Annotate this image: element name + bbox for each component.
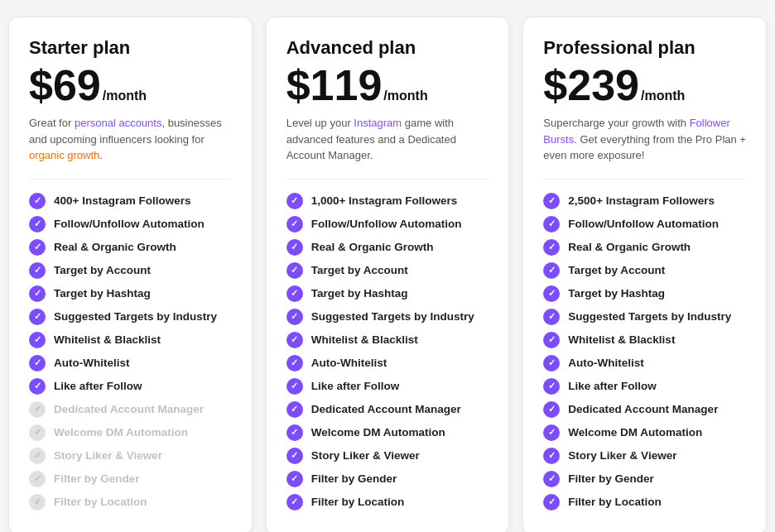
check-active-icon: ✓ bbox=[543, 216, 560, 232]
check-active-icon: ✓ bbox=[286, 193, 303, 209]
check-inactive-icon: ✓ bbox=[29, 401, 46, 418]
feature-list: ✓2,500+ Instagram Followers✓Follow/Unfol… bbox=[543, 193, 746, 510]
feature-label: Auto-Whitelist bbox=[311, 357, 387, 369]
feature-list: ✓400+ Instagram Followers✓Follow/Unfollo… bbox=[29, 193, 232, 510]
feature-label: Filter by Gender bbox=[568, 472, 654, 485]
feature-label: Target by Account bbox=[568, 264, 665, 276]
check-active-icon: ✓ bbox=[29, 239, 46, 256]
feature-label: Suggested Targets by Industry bbox=[568, 310, 731, 323]
check-active-icon: ✓ bbox=[29, 285, 46, 302]
feature-item: ✓Whitelist & Blacklist bbox=[286, 332, 489, 348]
feature-item: ✓Suggested Targets by Industry bbox=[543, 309, 746, 325]
feature-item: ✓Filter by Location bbox=[543, 494, 746, 510]
feature-label: Welcome DM Automation bbox=[54, 426, 188, 439]
feature-label: Filter by Location bbox=[311, 496, 405, 508]
check-active-icon: ✓ bbox=[543, 471, 560, 487]
check-active-icon: ✓ bbox=[286, 378, 303, 395]
plan-description: Level up your Instagram game with advanc… bbox=[286, 115, 489, 164]
check-active-icon: ✓ bbox=[286, 494, 303, 510]
plan-divider bbox=[286, 179, 489, 180]
check-active-icon: ✓ bbox=[29, 216, 46, 232]
check-inactive-icon: ✓ bbox=[29, 448, 46, 464]
check-active-icon: ✓ bbox=[286, 239, 303, 256]
feature-item: ✓2,500+ Instagram Followers bbox=[543, 193, 746, 209]
check-active-icon: ✓ bbox=[286, 471, 303, 487]
check-active-icon: ✓ bbox=[543, 355, 560, 371]
check-active-icon: ✓ bbox=[286, 262, 303, 279]
check-inactive-icon: ✓ bbox=[29, 424, 46, 441]
check-active-icon: ✓ bbox=[543, 193, 560, 209]
plan-divider bbox=[29, 179, 232, 180]
feature-item: ✓Dedicated Account Manager bbox=[29, 401, 232, 418]
feature-label: Target by Hashtag bbox=[568, 287, 665, 300]
feature-item: ✓Target by Account bbox=[29, 262, 232, 279]
check-active-icon: ✓ bbox=[543, 285, 560, 302]
check-active-icon: ✓ bbox=[543, 239, 560, 256]
feature-item: ✓Welcome DM Automation bbox=[286, 424, 489, 441]
feature-label: Story Liker & Viewer bbox=[54, 449, 162, 462]
check-active-icon: ✓ bbox=[29, 262, 46, 279]
feature-label: Like after Follow bbox=[54, 380, 142, 392]
check-active-icon: ✓ bbox=[29, 309, 46, 325]
check-active-icon: ✓ bbox=[543, 424, 560, 441]
plan-name: Advanced plan bbox=[286, 37, 489, 59]
feature-label: Dedicated Account Manager bbox=[54, 403, 204, 415]
feature-item: ✓Whitelist & Blacklist bbox=[543, 332, 746, 348]
feature-label: Suggested Targets by Industry bbox=[54, 310, 217, 323]
feature-label: Dedicated Account Manager bbox=[568, 403, 718, 415]
plan-price-row: $69/month bbox=[29, 64, 232, 107]
feature-label: Suggested Targets by Industry bbox=[311, 310, 474, 323]
check-active-icon: ✓ bbox=[543, 494, 560, 510]
feature-label: Filter by Location bbox=[54, 496, 147, 508]
feature-item: ✓Story Liker & Viewer bbox=[543, 448, 746, 464]
check-active-icon: ✓ bbox=[286, 448, 303, 464]
feature-item: ✓Welcome DM Automation bbox=[29, 424, 232, 441]
feature-label: Whitelist & Blacklist bbox=[311, 333, 418, 346]
feature-item: ✓Filter by Location bbox=[286, 494, 489, 510]
feature-item: ✓Like after Follow bbox=[29, 378, 232, 395]
feature-item: ✓Filter by Gender bbox=[29, 471, 232, 487]
plan-name: Starter plan bbox=[29, 37, 232, 59]
plan-description: Supercharge your growth with Follower Bu… bbox=[543, 115, 746, 164]
feature-item: ✓Real & Organic Growth bbox=[286, 239, 489, 256]
check-active-icon: ✓ bbox=[29, 193, 46, 209]
check-active-icon: ✓ bbox=[286, 216, 303, 232]
check-active-icon: ✓ bbox=[29, 355, 46, 371]
check-active-icon: ✓ bbox=[543, 262, 560, 279]
feature-item: ✓Target by Account bbox=[543, 262, 746, 279]
feature-label: Story Liker & Viewer bbox=[311, 449, 420, 462]
plan-price: $119 bbox=[286, 64, 383, 107]
feature-item: ✓Follow/Unfollow Automation bbox=[286, 216, 489, 232]
feature-item: ✓Auto-Whitelist bbox=[286, 355, 489, 371]
feature-item: ✓Suggested Targets by Industry bbox=[29, 309, 232, 325]
feature-item: ✓Target by Hashtag bbox=[286, 285, 489, 302]
feature-label: Real & Organic Growth bbox=[54, 241, 176, 253]
check-active-icon: ✓ bbox=[543, 378, 560, 395]
feature-label: Welcome DM Automation bbox=[568, 426, 702, 439]
plan-card-starter: Starter plan$69/monthGreat for personal … bbox=[8, 17, 253, 532]
plan-price: $69 bbox=[29, 64, 101, 107]
plan-period: /month bbox=[641, 89, 685, 103]
plan-card-advanced: Advanced plan$119/monthLevel up your Ins… bbox=[266, 17, 510, 532]
feature-label: Follow/Unfollow Automation bbox=[311, 218, 462, 230]
feature-item: ✓Like after Follow bbox=[286, 378, 489, 395]
feature-label: 2,500+ Instagram Followers bbox=[568, 194, 715, 207]
feature-label: Real & Organic Growth bbox=[311, 241, 434, 253]
feature-label: Like after Follow bbox=[311, 380, 400, 392]
feature-item: ✓Target by Hashtag bbox=[543, 285, 746, 302]
check-active-icon: ✓ bbox=[29, 378, 46, 395]
check-active-icon: ✓ bbox=[286, 401, 303, 418]
feature-label: Story Liker & Viewer bbox=[568, 449, 676, 462]
feature-item: ✓Auto-Whitelist bbox=[29, 355, 232, 371]
plan-price: $239 bbox=[543, 64, 639, 107]
plan-name: Professional plan bbox=[543, 37, 746, 59]
check-active-icon: ✓ bbox=[286, 285, 303, 302]
feature-label: Filter by Location bbox=[568, 496, 662, 508]
feature-label: Follow/Unfollow Automation bbox=[54, 218, 205, 230]
feature-item: ✓Suggested Targets by Industry bbox=[286, 309, 489, 325]
feature-item: ✓Target by Hashtag bbox=[29, 285, 232, 302]
feature-label: Auto-Whitelist bbox=[54, 357, 129, 369]
feature-label: Real & Organic Growth bbox=[568, 241, 691, 253]
check-active-icon: ✓ bbox=[543, 309, 560, 325]
plan-period: /month bbox=[383, 89, 427, 103]
